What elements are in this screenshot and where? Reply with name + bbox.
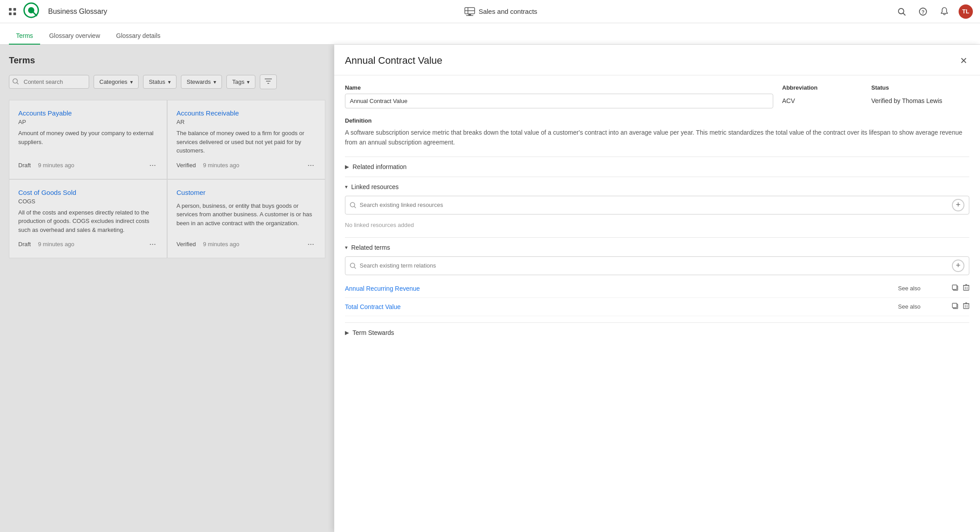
term-desc-1: The balance of money owed to a firm for … — [176, 129, 316, 155]
related-terms-search-input[interactable] — [360, 262, 948, 269]
categories-filter[interactable]: Categories ▾ — [94, 75, 139, 89]
related-term-relation-1: See also — [898, 303, 951, 310]
term-more-button-1[interactable]: ··· — [306, 161, 316, 170]
chevron-down-icon: ▾ — [168, 79, 171, 85]
related-term-name-0[interactable]: Annual Recurring Revenue — [345, 285, 898, 292]
user-avatar[interactable]: TL — [959, 4, 973, 19]
field-group-status: Status Verified by Thomas Lewis — [871, 84, 969, 108]
modal-header: Annual Contract Value ✕ — [334, 45, 980, 75]
term-abbr-2: COGS — [18, 198, 158, 205]
svg-rect-0 — [9, 8, 12, 11]
status-filter[interactable]: Status ▾ — [143, 75, 176, 89]
modal-close-button[interactable]: ✕ — [958, 54, 969, 68]
related-term-delete-button-0[interactable] — [963, 284, 969, 293]
related-term-name-1[interactable]: Total Contract Value — [345, 303, 898, 310]
chevron-down-icon: ▾ — [345, 244, 348, 251]
term-name-customer[interactable]: Customer — [176, 189, 316, 196]
related-term-copy-button-1[interactable] — [951, 302, 959, 311]
chevron-down-icon: ▾ — [130, 79, 133, 85]
svg-text:?: ? — [922, 9, 925, 14]
search-button[interactable] — [894, 4, 909, 19]
svg-point-12 — [898, 8, 904, 14]
related-info-label: Related information — [353, 163, 406, 170]
nav-center-label: Sales and contracts — [479, 8, 537, 15]
term-name-accounts-payable[interactable]: Accounts Payable — [18, 109, 158, 117]
nav-icons: ? TL — [894, 4, 973, 19]
related-terms-toggle[interactable]: ▾ Related terms — [345, 244, 969, 251]
linked-resources-label: Linked resources — [351, 183, 399, 190]
content-search-input[interactable] — [9, 75, 89, 89]
notification-button[interactable] — [937, 4, 951, 19]
term-desc-0: Amount of money owed by your company to … — [18, 129, 158, 155]
definition-label: Definition — [345, 117, 969, 124]
term-more-button-0[interactable]: ··· — [148, 161, 158, 170]
chevron-right-icon: ▶ — [345, 330, 349, 336]
linked-resources-search-input[interactable] — [360, 202, 948, 208]
term-desc-2: All of the costs and expenses directly r… — [18, 208, 158, 235]
linked-resources-add-button[interactable]: + — [952, 199, 964, 211]
qlik-logo — [23, 2, 39, 21]
term-status-1: Verified — [176, 162, 196, 169]
term-footer-2: Draft 9 minutes ago ··· — [18, 239, 158, 249]
term-status-0: Draft — [18, 162, 31, 169]
tags-filter[interactable]: Tags ▾ — [226, 75, 255, 89]
modal-panel: Annual Contract Value ✕ Name Abbreviatio… — [334, 45, 980, 532]
modal-body: Name Abbreviation ACV Status Verified by… — [334, 75, 980, 532]
stewards-filter[interactable]: Stewards ▾ — [181, 75, 222, 89]
chevron-right-icon: ▶ — [345, 164, 349, 170]
svg-rect-27 — [964, 285, 969, 290]
field-row: Name Abbreviation ACV Status Verified by… — [345, 84, 969, 108]
term-abbr-0: AP — [18, 119, 158, 125]
svg-rect-34 — [964, 304, 969, 309]
svg-rect-3 — [13, 12, 16, 15]
linked-search-wrap: + — [345, 196, 969, 214]
related-term-delete-button-1[interactable] — [963, 302, 969, 311]
page-title: Terms — [9, 55, 325, 66]
svg-rect-26 — [952, 285, 957, 289]
modal-title: Annual Contract Value — [345, 55, 443, 66]
help-button[interactable]: ? — [916, 4, 930, 19]
svg-line-22 — [354, 206, 356, 208]
term-card-accounts-payable: Accounts Payable AP Amount of money owed… — [9, 100, 167, 179]
linked-search-icon — [350, 202, 356, 208]
term-more-button-3[interactable]: ··· — [306, 239, 316, 249]
tab-terms[interactable]: Terms — [9, 28, 40, 45]
svg-line-6 — [33, 12, 37, 16]
abbr-field-value: ACV — [782, 94, 862, 108]
chevron-down-icon: ▾ — [345, 184, 348, 190]
term-footer-3: Verified 9 minutes ago ··· — [176, 239, 316, 249]
search-icon — [12, 78, 19, 86]
tabs-bar: Terms Glossary overview Glossary details — [0, 23, 980, 45]
tab-glossary-overview[interactable]: Glossary overview — [42, 28, 107, 45]
term-abbr-1: AR — [176, 119, 316, 125]
term-status-2: Draft — [18, 241, 31, 247]
term-card-customer: Customer A person, business, or entity t… — [167, 179, 325, 259]
svg-rect-33 — [952, 303, 957, 308]
related-terms-section: ▾ Related terms + Annual Recurring — [345, 237, 969, 322]
svg-line-17 — [17, 82, 18, 84]
field-group-name: Name — [345, 84, 773, 108]
tab-glossary-details[interactable]: Glossary details — [109, 28, 168, 45]
related-info-section: ▶ Related information — [345, 157, 969, 177]
status-field-label: Status — [871, 84, 969, 91]
svg-rect-2 — [9, 12, 12, 15]
advanced-filter-button[interactable] — [260, 74, 277, 89]
related-term-row-1: Total Contract Value See also — [345, 298, 969, 316]
term-more-button-2[interactable]: ··· — [148, 239, 158, 249]
term-name-cost-of-goods-sold[interactable]: Cost of Goods Sold — [18, 189, 158, 196]
grid-menu-button[interactable] — [7, 6, 18, 17]
app-title: Business Glossary — [48, 8, 107, 16]
term-card-cost-of-goods-sold: Cost of Goods Sold COGS All of the costs… — [9, 179, 167, 259]
linked-resources-toggle[interactable]: ▾ Linked resources — [345, 183, 969, 190]
related-term-actions-1 — [951, 302, 969, 311]
related-terms-search-wrap: + — [345, 256, 969, 275]
related-terms-add-button[interactable]: + — [952, 260, 964, 272]
term-stewards-section: ▶ Term Stewards — [345, 322, 969, 342]
related-info-toggle[interactable]: ▶ Related information — [345, 163, 969, 170]
name-field-input[interactable] — [345, 94, 773, 108]
chevron-down-icon: ▾ — [247, 79, 250, 85]
term-stewards-toggle[interactable]: ▶ Term Stewards — [345, 329, 969, 336]
related-term-copy-button-0[interactable] — [951, 284, 959, 293]
status-field-value: Verified by Thomas Lewis — [871, 94, 969, 108]
term-name-accounts-receivable[interactable]: Accounts Receivable — [176, 109, 316, 117]
